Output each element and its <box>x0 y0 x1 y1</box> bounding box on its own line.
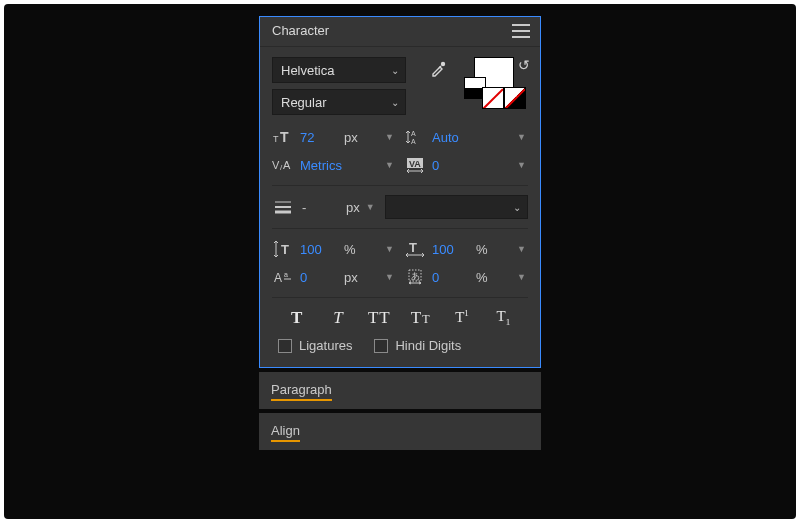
panel-stack: Character Helvetica ⌄ Regular <box>259 16 541 519</box>
divider <box>272 185 528 186</box>
font-family-value: Helvetica <box>281 63 334 78</box>
font-family-dropdown[interactable]: Helvetica ⌄ <box>272 57 406 83</box>
stroke-width-value: - <box>302 200 342 215</box>
dropdown-caret-icon: ▼ <box>385 244 396 254</box>
kerning-field[interactable]: V/A Metrics ▼ <box>272 153 396 177</box>
baseline-shift-field[interactable]: A a 0 px ▼ <box>272 265 396 289</box>
text-style-buttons: T T TT TT T1 T1 <box>276 308 524 328</box>
paragraph-panel[interactable]: Paragraph <box>259 372 541 409</box>
vertical-scale-field[interactable]: T 100 % ▼ <box>272 237 396 261</box>
tracking-value: 0 <box>432 158 472 173</box>
font-size-field[interactable]: TT 72 px ▼ <box>272 125 396 149</box>
dropdown-caret-icon: ▼ <box>366 202 377 212</box>
font-size-icon: TT <box>272 129 294 145</box>
svg-text:VA: VA <box>409 159 421 169</box>
divider <box>272 228 528 229</box>
leading-field[interactable]: A A Auto ▼ <box>404 125 528 149</box>
tsume-icon: あ <box>404 269 426 285</box>
tsume-field[interactable]: あ 0 % ▼ <box>404 265 528 289</box>
leading-value: Auto <box>432 130 472 145</box>
divider <box>272 297 528 298</box>
svg-text:あ: あ <box>411 271 420 281</box>
checkbox-icon <box>374 339 388 353</box>
dropdown-caret-icon: ▼ <box>385 272 396 282</box>
svg-text:T: T <box>280 129 289 145</box>
baseline-shift-icon: A a <box>272 269 294 285</box>
swap-colors-icon[interactable]: ↺ <box>518 57 530 73</box>
align-panel-title: Align <box>271 423 300 442</box>
dropdown-caret-icon: ▼ <box>517 160 528 170</box>
svg-text:T: T <box>281 242 289 257</box>
character-panel: Character Helvetica ⌄ Regular <box>259 16 541 368</box>
svg-text:A: A <box>411 138 416 145</box>
character-panel-title: Character <box>272 23 329 38</box>
stroke-over-fill-swatch[interactable] <box>504 87 526 109</box>
paragraph-panel-title: Paragraph <box>271 382 332 401</box>
dropdown-caret-icon: ▼ <box>517 244 528 254</box>
character-panel-body: Helvetica ⌄ Regular ⌄ <box>260 47 540 353</box>
faux-italic-button[interactable]: T <box>323 308 353 328</box>
chevron-down-icon: ⌄ <box>391 65 399 76</box>
checkbox-icon <box>278 339 292 353</box>
font-size-value: 72 <box>300 130 340 145</box>
character-panel-header: Character <box>260 17 540 47</box>
baseline-shift-value: 0 <box>300 270 340 285</box>
hindi-digits-label: Hindi Digits <box>395 338 461 353</box>
baseline-shift-unit: px <box>344 270 358 285</box>
app-frame: Character Helvetica ⌄ Regular <box>4 4 796 519</box>
eyedropper-icon <box>430 59 448 77</box>
svg-text:V: V <box>272 159 280 171</box>
ligatures-label: Ligatures <box>299 338 352 353</box>
leading-icon: A A <box>404 129 426 145</box>
panel-menu-button[interactable] <box>512 24 530 38</box>
stroke-width-icon <box>272 200 294 214</box>
stroke-style-dropdown[interactable]: ⌄ <box>385 195 528 219</box>
ligatures-checkbox[interactable]: Ligatures <box>278 338 352 353</box>
svg-text:T: T <box>273 134 279 144</box>
dropdown-caret-icon: ▼ <box>385 132 396 142</box>
tsume-value: 0 <box>432 270 472 285</box>
svg-text:A: A <box>411 130 416 137</box>
kerning-value: Metrics <box>300 158 342 173</box>
svg-point-0 <box>441 62 445 66</box>
dropdown-caret-icon: ▼ <box>385 160 396 170</box>
superscript-button[interactable]: T1 <box>447 308 477 328</box>
horizontal-scale-value: 100 <box>432 242 472 257</box>
tsume-unit: % <box>476 270 488 285</box>
font-style-value: Regular <box>281 95 327 110</box>
no-fill-swatch[interactable] <box>482 87 504 109</box>
svg-text:A: A <box>283 159 291 171</box>
font-style-dropdown[interactable]: Regular ⌄ <box>272 89 406 115</box>
tracking-icon: VA <box>404 157 426 173</box>
horizontal-scale-icon: T <box>404 240 426 258</box>
faux-bold-button[interactable]: T <box>282 308 312 328</box>
small-caps-button[interactable]: TT <box>406 308 436 328</box>
svg-text:a: a <box>284 271 288 278</box>
eyedropper-button[interactable] <box>430 59 448 77</box>
chevron-down-icon: ⌄ <box>391 97 399 108</box>
vertical-scale-icon: T <box>272 240 294 258</box>
all-caps-button[interactable]: TT <box>364 308 394 328</box>
svg-text:A: A <box>274 271 282 285</box>
vertical-scale-value: 100 <box>300 242 340 257</box>
horizontal-scale-field[interactable]: T 100 % ▼ <box>404 237 528 261</box>
dropdown-caret-icon: ▼ <box>517 132 528 142</box>
vertical-scale-unit: % <box>344 242 356 257</box>
tracking-field[interactable]: VA 0 ▼ <box>404 153 528 177</box>
horizontal-scale-unit: % <box>476 242 488 257</box>
stroke-width-unit: px <box>346 200 360 215</box>
svg-text:T: T <box>409 240 417 255</box>
dropdown-caret-icon: ▼ <box>517 272 528 282</box>
kerning-icon: V/A <box>272 157 294 173</box>
subscript-button[interactable]: T1 <box>488 308 518 328</box>
color-swatch-group: ↺ <box>464 57 528 109</box>
stroke-width-field[interactable]: - px ▼ <box>302 195 377 219</box>
chevron-down-icon: ⌄ <box>513 202 521 213</box>
hindi-digits-checkbox[interactable]: Hindi Digits <box>374 338 461 353</box>
align-panel[interactable]: Align <box>259 413 541 450</box>
font-size-unit: px <box>344 130 358 145</box>
